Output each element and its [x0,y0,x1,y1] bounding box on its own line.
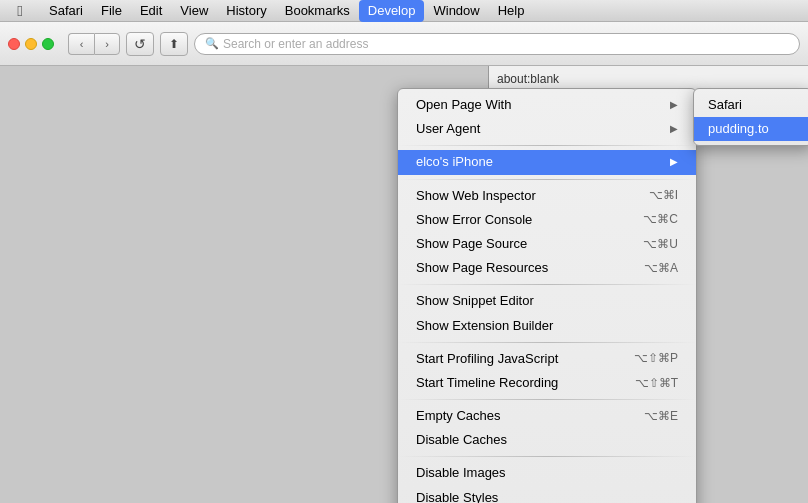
shortcut-label: ⌥⇧⌘P [634,350,678,367]
submenu-arrow-icon: ▶ [670,122,678,136]
submenu-arrow-icon: ▶ [670,98,678,112]
menubar-item-develop[interactable]: Develop [359,0,425,22]
minimize-button[interactable] [25,38,37,50]
menu-item-empty-caches[interactable]: Empty Caches ⌥⌘E [398,404,696,428]
menu-item-label: Open Page With [416,96,511,114]
menu-item-label: Show Web Inspector [416,187,536,205]
menubar:  Safari File Edit View History Bookmark… [0,0,808,22]
shortcut-label: ⌥⌘E [644,408,678,425]
menu-item-disable-caches[interactable]: Disable Caches [398,428,696,452]
maximize-button[interactable] [42,38,54,50]
menu-item-label: Show Error Console [416,211,532,229]
submenu-arrow-icon: ▶ [670,155,678,169]
shortcut-label: ⌥⇧⌘T [635,375,678,392]
submenu-item-safari[interactable]: Safari [694,93,808,117]
menu-item-show-snippet-editor[interactable]: Show Snippet Editor [398,289,696,313]
menu-item-show-error-console[interactable]: Show Error Console ⌥⌘C [398,208,696,232]
menu-item-disable-styles[interactable]: Disable Styles [398,486,696,503]
menu-item-show-page-source[interactable]: Show Page Source ⌥⌘U [398,232,696,256]
search-icon: 🔍 [205,37,219,50]
menu-item-show-page-resources[interactable]: Show Page Resources ⌥⌘A [398,256,696,280]
menu-separator [398,284,696,285]
menu-item-label: Disable Images [416,464,506,482]
menubar-item-help[interactable]: Help [489,0,534,22]
menu-item-show-web-inspector[interactable]: Show Web Inspector ⌥⌘I [398,184,696,208]
shortcut-label: ⌥⌘U [643,236,678,253]
menu-item-start-timeline-recording[interactable]: Start Timeline Recording ⌥⇧⌘T [398,371,696,395]
back-button[interactable]: ‹ [68,33,94,55]
menu-item-label: Disable Caches [416,431,507,449]
search-bar[interactable]: 🔍 Search or enter an address [194,33,800,55]
menu-item-label: User Agent [416,120,480,138]
menu-item-label: Show Page Source [416,235,527,253]
menu-separator [398,179,696,180]
menu-item-label: Show Extension Builder [416,317,553,335]
menu-item-label: Show Snippet Editor [416,292,534,310]
develop-dropdown: Open Page With ▶ User Agent ▶ elco's iPh… [397,88,697,503]
menu-separator [398,342,696,343]
menu-item-show-extension-builder[interactable]: Show Extension Builder [398,314,696,338]
menu-item-start-profiling-javascript[interactable]: Start Profiling JavaScript ⌥⇧⌘P [398,347,696,371]
menubar-item-view[interactable]: View [171,0,217,22]
menu-item-open-page-with[interactable]: Open Page With ▶ [398,93,696,117]
menu-item-label: Disable Styles [416,489,498,503]
menubar-item-edit[interactable]: Edit [131,0,171,22]
browser-content: about:blank Open Page With ▶ User Agent … [0,66,808,503]
submenu-item-pudding[interactable]: pudding.to [694,117,808,141]
menubar-item-history[interactable]: History [217,0,275,22]
menu-item-label: elco's iPhone [416,153,493,171]
search-placeholder: Search or enter an address [223,37,368,51]
shortcut-label: ⌥⌘I [649,187,678,204]
menu-item-disable-images[interactable]: Disable Images [398,461,696,485]
menubar-item-safari[interactable]: Safari [40,0,92,22]
menu-item-elcos-iphone[interactable]: elco's iPhone ▶ [398,150,696,174]
menu-item-label: Start Profiling JavaScript [416,350,558,368]
close-button[interactable] [8,38,20,50]
share-button[interactable]: ⬆ [160,32,188,56]
menubar-item-file[interactable]: File [92,0,131,22]
menu-item-label: Show Page Resources [416,259,548,277]
menu-separator [398,456,696,457]
menubar-item-window[interactable]: Window [424,0,488,22]
nav-buttons: ‹ › [68,33,120,55]
traffic-lights [8,38,54,50]
apple-menu-item[interactable]:  [0,2,40,19]
shortcut-label: ⌥⌘C [643,211,678,228]
menu-item-label: Start Timeline Recording [416,374,558,392]
iphone-submenu: Safari pudding.to [693,88,808,146]
menu-separator [398,145,696,146]
reload-button[interactable]: ↺ [126,32,154,56]
menu-item-user-agent[interactable]: User Agent ▶ [398,117,696,141]
menubar-item-bookmarks[interactable]: Bookmarks [276,0,359,22]
menu-item-label: Empty Caches [416,407,501,425]
url-text: about:blank [497,72,559,86]
shortcut-label: ⌥⌘A [644,260,678,277]
forward-button[interactable]: › [94,33,120,55]
menu-separator [398,399,696,400]
toolbar: ‹ › ↺ ⬆ 🔍 Search or enter an address [0,22,808,66]
